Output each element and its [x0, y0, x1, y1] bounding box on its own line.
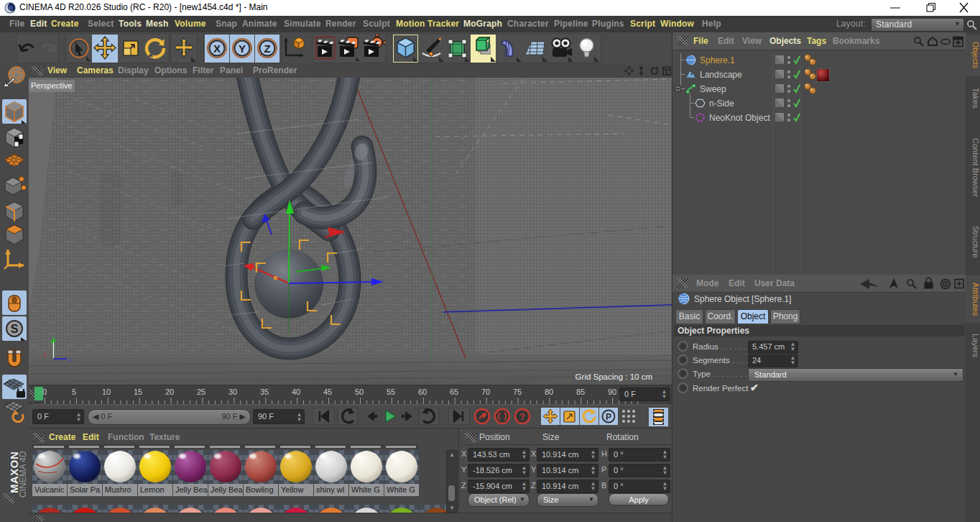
- svg-text:35: 35: [260, 388, 269, 396]
- svg-text:85: 85: [576, 388, 585, 396]
- svg-text:50: 50: [355, 388, 364, 396]
- svg-text:0: 0: [42, 388, 47, 396]
- svg-text:60: 60: [418, 388, 427, 396]
- svg-text:25: 25: [197, 388, 205, 396]
- svg-text:45: 45: [323, 388, 332, 396]
- svg-text:P: P: [606, 412, 611, 422]
- svg-text:S: S: [11, 323, 19, 335]
- svg-text:65: 65: [450, 388, 458, 396]
- svg-text:Y: Y: [239, 42, 246, 55]
- svg-text:10: 10: [102, 388, 111, 396]
- svg-text:75: 75: [513, 388, 522, 396]
- svg-text:Grid Spacing : 10 cm: Grid Spacing : 10 cm: [575, 372, 652, 381]
- svg-text:z: z: [68, 357, 71, 363]
- svg-text:70: 70: [481, 388, 490, 396]
- svg-text:X: X: [213, 42, 221, 55]
- svg-text:5: 5: [72, 388, 76, 396]
- svg-text:20: 20: [165, 388, 174, 396]
- svg-text:80: 80: [545, 388, 553, 396]
- svg-text:90: 90: [608, 388, 616, 396]
- svg-text:15: 15: [134, 388, 142, 396]
- svg-text:Y: Y: [50, 339, 54, 346]
- svg-text:Perspective: Perspective: [31, 81, 72, 90]
- svg-text:55: 55: [387, 388, 395, 396]
- svg-text:30: 30: [228, 388, 237, 396]
- svg-text:?: ?: [519, 411, 525, 422]
- svg-text:40: 40: [292, 388, 300, 396]
- svg-text:Z: Z: [264, 42, 270, 55]
- svg-text:X: X: [43, 352, 47, 358]
